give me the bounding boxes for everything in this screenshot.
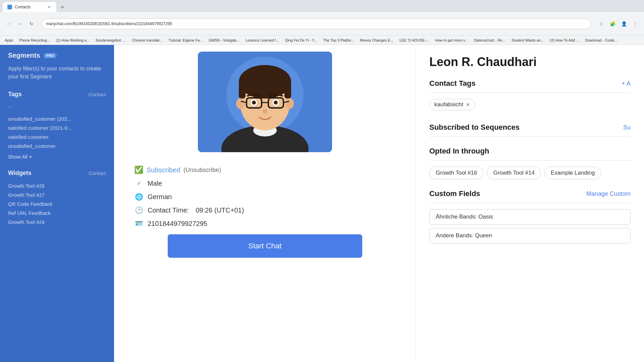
sidebar-tag-2: satisfied customer (2021-0... bbox=[8, 124, 106, 132]
tags-title: Tags bbox=[8, 91, 22, 98]
tag-chip-kaufabsicht: kaufabsicht ✕ bbox=[429, 99, 475, 110]
add-tag-button[interactable]: + A bbox=[622, 80, 631, 87]
new-tab-button[interactable]: + bbox=[58, 3, 67, 12]
profile-avatar bbox=[198, 52, 332, 152]
forward-button[interactable]: → bbox=[15, 19, 25, 28]
sequences-action[interactable]: Su bbox=[623, 124, 631, 131]
extensions-button[interactable]: 🧩 bbox=[608, 19, 617, 28]
center-content: ✅ Subscribed (Unsubscribe) ♂ Male 🌐 Germ… bbox=[114, 45, 416, 362]
tags-row: Tags Contact bbox=[8, 91, 106, 98]
contact-time-label: Contact Time: bbox=[148, 206, 189, 214]
bookmark-lee[interactable]: LEE 'S HOUSE-... bbox=[397, 38, 431, 43]
custom-fields-title: Custom Fields bbox=[429, 189, 480, 198]
opted-chips: Growth Tool #16 Growth Tool #14 Example … bbox=[429, 167, 631, 179]
language-text: German bbox=[148, 193, 172, 201]
sidebar-tag-1: unsatisfied_customer (202... bbox=[8, 115, 106, 123]
bookmark-download[interactable]: Download - Cooki... bbox=[583, 38, 620, 43]
widget-item-5: Growth Tool #24 bbox=[8, 218, 106, 226]
bookmark-howto[interactable]: How to get more v... bbox=[433, 38, 470, 43]
pro-badge: PRO bbox=[44, 53, 57, 58]
bookmark-lessons[interactable]: Lessons Learned f... bbox=[244, 38, 281, 43]
sidebar-tag-4: unsatisfied_customer bbox=[8, 142, 106, 150]
bookmark-top3[interactable]: The Top 3 Platfor... bbox=[321, 38, 356, 43]
right-panel: Leon R. Chaudhari Contact Tags + A kaufa… bbox=[416, 45, 644, 362]
tag-chip-label: kaufabsicht bbox=[434, 101, 463, 108]
subscriber-id-row: 🪪 2101844979927295 bbox=[134, 220, 395, 228]
widgets-row: Widgets Contact bbox=[8, 170, 106, 177]
opted-chip-1[interactable]: Growth Tool #16 bbox=[429, 167, 483, 179]
tag-remove-button[interactable]: ✕ bbox=[466, 102, 470, 107]
contact-time-value: 09:26 (UTC+01) bbox=[196, 206, 244, 214]
subscribed-icon: ✅ bbox=[134, 166, 143, 174]
bookmark-datenschutz[interactable]: Datenschutz - Re... bbox=[472, 38, 507, 43]
globe-icon: 🌐 bbox=[134, 193, 144, 201]
contacts-tab[interactable]: Contacts ✕ bbox=[3, 2, 56, 12]
svg-point-10 bbox=[286, 98, 294, 109]
subscribed-row: ✅ Subscribed (Unsubscribe) bbox=[134, 166, 395, 174]
bookmark-chinese[interactable]: Chinese translati... bbox=[130, 38, 164, 43]
custom-fields-header: Custom Fields Manage Custom bbox=[429, 189, 631, 203]
tab-close-button[interactable]: ✕ bbox=[46, 4, 52, 10]
svg-point-22 bbox=[262, 109, 268, 113]
tags-contact-label: Contact bbox=[89, 92, 106, 97]
bookmark-money[interactable]: Money Changes E... bbox=[358, 38, 395, 43]
custom-field-1: Ähnliche Bands: Oasis bbox=[429, 209, 631, 225]
svg-point-9 bbox=[236, 98, 244, 109]
segments-description: Apply filter(s) to your contacts to crea… bbox=[8, 65, 106, 81]
svg-point-20 bbox=[253, 102, 255, 103]
bookmark-phone[interactable]: Phone Recycling... bbox=[17, 38, 52, 43]
main-content: Segments PRO Apply filter(s) to your con… bbox=[0, 45, 644, 362]
svg-rect-7 bbox=[239, 82, 246, 99]
bookmark-tutorial[interactable]: Tutorial: Eigene Fa... bbox=[166, 38, 205, 43]
subscriber-id-text: 2101844979927295 bbox=[148, 220, 207, 228]
custom-fields-section: Custom Fields Manage Custom Ähnliche Ban… bbox=[429, 189, 631, 243]
tab-favicon bbox=[7, 5, 12, 9]
svg-point-21 bbox=[275, 102, 276, 103]
segments-header: Segments PRO bbox=[8, 52, 106, 59]
language-row: 🌐 German bbox=[134, 193, 395, 201]
nav-controls: ← → ↻ bbox=[4, 19, 36, 28]
custom-field-2: Andere Bands: Queen bbox=[429, 228, 631, 243]
widgets-contact-label: Contact bbox=[89, 170, 106, 176]
manage-custom-button[interactable]: Manage Custom bbox=[586, 190, 631, 197]
reload-button[interactable]: ↻ bbox=[27, 19, 36, 28]
browser-nav-bar: ← → ↻ manychat.com/fb198150208192061 8/s… bbox=[0, 12, 644, 36]
contact-tags-section: Contact Tags + A kaufabsicht ✕ bbox=[429, 79, 631, 113]
gender-row: ♂ Male bbox=[134, 180, 395, 187]
contact-info: ✅ Subscribed (Unsubscribe) ♂ Male 🌐 Germ… bbox=[114, 159, 416, 271]
tags-chips: kaufabsicht ✕ bbox=[429, 99, 631, 113]
sequences-header: Subscribed to Sequences Su bbox=[429, 123, 631, 137]
bookmark-button[interactable]: ☆ bbox=[596, 19, 606, 28]
bookmark-sonder[interactable]: Sonderangebot: ... bbox=[94, 38, 128, 43]
start-chat-button[interactable]: Start Chat bbox=[168, 234, 362, 258]
profile-button[interactable]: 👤 bbox=[619, 19, 629, 28]
sidebar: Segments PRO Apply filter(s) to your con… bbox=[0, 45, 114, 362]
opted-in-title: Opted In through bbox=[429, 147, 489, 156]
opted-chip-3[interactable]: Example Landing bbox=[544, 167, 601, 179]
contact-name: Leon R. Chaudhari bbox=[429, 55, 631, 69]
sequences-section: Subscribed to Sequences Su bbox=[429, 123, 631, 137]
widgets-title: Widgets bbox=[8, 170, 32, 177]
gender-text: Male bbox=[148, 180, 162, 187]
unsubscribe-action[interactable]: (Unsubscribe) bbox=[183, 167, 221, 174]
svg-rect-8 bbox=[284, 82, 291, 99]
bookmark-qing[interactable]: Qing Fei De Yi - Y... bbox=[283, 38, 319, 43]
address-bar[interactable]: manychat.com/fb198150208192061 8/subscri… bbox=[42, 18, 591, 29]
bookmark-student[interactable]: Student Wants an... bbox=[509, 38, 546, 43]
sequences-title: Subscribed to Sequences bbox=[429, 123, 520, 132]
sidebar-dots: ··· bbox=[8, 103, 106, 110]
bookmark-howtoadd[interactable]: (2) How To Add ... bbox=[548, 38, 581, 43]
back-button[interactable]: ← bbox=[4, 19, 13, 28]
bookmark-gmsn[interactable]: GMSN - Vologda... bbox=[207, 38, 241, 43]
svg-point-6 bbox=[239, 65, 291, 99]
contact-tags-title: Contact Tags bbox=[429, 79, 476, 88]
show-all-button[interactable]: Show All ▾ bbox=[8, 154, 106, 160]
id-icon: 🪪 bbox=[134, 220, 144, 228]
bookmark-apps[interactable]: Apps bbox=[3, 38, 15, 43]
widget-item-4: Ref URL Feedback bbox=[8, 209, 106, 217]
opted-chip-2[interactable]: Growth Tool #14 bbox=[487, 167, 541, 179]
subscribed-text[interactable]: Subscribed bbox=[147, 166, 180, 174]
bookmark-working[interactable]: (1) How Working a... bbox=[54, 38, 92, 43]
contact-time-row: 🕐 Contact Time: 09:26 (UTC+01) bbox=[134, 206, 395, 214]
menu-button[interactable]: ⋮ bbox=[631, 19, 640, 28]
